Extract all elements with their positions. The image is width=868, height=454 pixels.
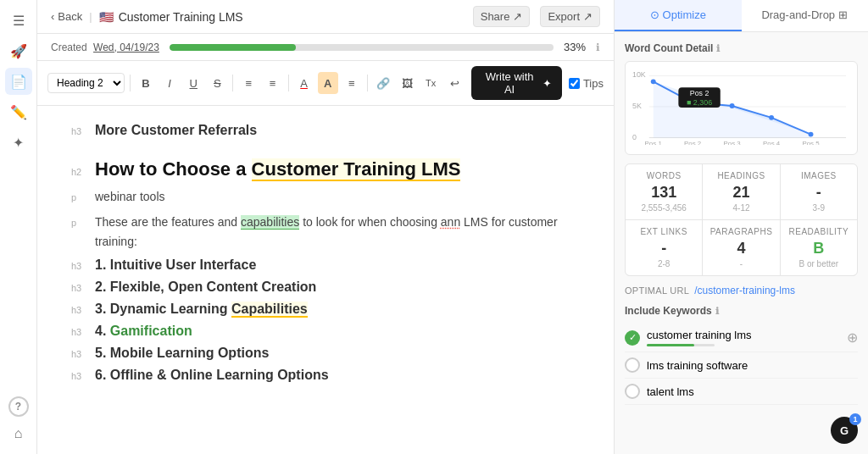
divider-4: [367, 75, 368, 91]
menu-icon[interactable]: ☰: [5, 7, 32, 34]
export-label: Export: [548, 10, 580, 23]
capabilities-keyword: Capabilities: [231, 302, 308, 318]
keyword-name-3: talent lms: [647, 385, 694, 398]
capabilities-link[interactable]: capabilities: [241, 215, 299, 230]
paragraphs-value: 4: [708, 240, 774, 257]
font-color-button[interactable]: A: [294, 72, 314, 94]
keywords-section: Include Keywords ℹ ✓ customer training l…: [625, 305, 858, 405]
h2-tag-1: h2: [71, 167, 86, 177]
svg-text:0: 0: [632, 133, 637, 141]
home-icon[interactable]: ⌂: [5, 420, 32, 447]
svg-text:Pos 2: Pos 2: [690, 89, 709, 97]
editor-content[interactable]: h3 More Customer Referrals h2 How to Cho…: [37, 106, 614, 454]
keywords-header: Include Keywords ℹ: [625, 305, 858, 317]
share-button[interactable]: Share ↗: [473, 6, 531, 27]
tab-drag-drop[interactable]: Drag-and-Drop ⊞: [742, 0, 869, 31]
svg-text:Pos 3: Pos 3: [724, 140, 742, 145]
heading-text-1: More Customer Referrals: [95, 123, 257, 138]
link-button[interactable]: 🔗: [373, 72, 393, 94]
underline-button[interactable]: U: [183, 72, 203, 94]
flag-icon: 🇺🇸: [99, 10, 114, 24]
export-icon: ↗: [583, 10, 593, 23]
bold-button[interactable]: B: [136, 72, 156, 94]
heading-select[interactable]: Heading 2 Heading 1 Heading 3 Paragraph: [47, 73, 125, 93]
images-label: IMAGES: [786, 171, 852, 180]
tab-optimize[interactable]: ⊙ Optimize: [615, 0, 742, 31]
stat-readability: READABILITY B B or better: [781, 220, 857, 275]
notification-badge[interactable]: G 1: [831, 417, 858, 444]
write-ai-button[interactable]: Write with AI ✦: [471, 66, 562, 100]
back-button[interactable]: ‹ Back: [51, 10, 82, 23]
stat-words: WORDS 131 2,555-3,456: [626, 164, 702, 219]
ext-links-range: 2-8: [631, 259, 697, 269]
ordered-list-button[interactable]: ≡: [238, 72, 259, 94]
para-text-features: These are the features and capabilities …: [95, 213, 580, 251]
words-range: 2,555-3,456: [631, 203, 697, 213]
keyword-left-1: ✓ customer training lms: [625, 329, 752, 346]
svg-text:5K: 5K: [632, 102, 642, 110]
keyword-check-1: ✓: [625, 330, 640, 346]
align-button[interactable]: ≡: [342, 72, 362, 94]
paragraphs-label: PARAGRAPHS: [708, 227, 774, 236]
divider-1: [130, 75, 131, 91]
keyword-item-3[interactable]: talent lms: [625, 379, 858, 405]
word-count-info-icon[interactable]: ℹ: [716, 43, 720, 54]
italic-button[interactable]: I: [159, 72, 180, 94]
separator: |: [89, 10, 92, 23]
info-icon[interactable]: ℹ: [596, 42, 600, 53]
tips-checkbox[interactable]: [569, 78, 580, 89]
stat-images: IMAGES - 3-9: [781, 164, 857, 219]
undo-button[interactable]: ↩: [444, 72, 465, 94]
pencil-icon[interactable]: ✏️: [5, 98, 32, 125]
stat-paragraphs: PARAGRAPHS 4 -: [703, 220, 779, 275]
heading-text-6: 4. Gamification: [95, 324, 192, 339]
drag-drop-icon: ⊞: [838, 8, 848, 21]
heading-offline: h3 6. Offline & Online Learning Options: [71, 368, 580, 383]
unordered-list-button[interactable]: ≡: [262, 72, 282, 94]
progress-bar-area: Created Wed, 04/19/23 33% ℹ: [37, 34, 614, 61]
keyword-item-2[interactable]: lms training software: [625, 352, 858, 379]
tips-area: Tips: [569, 77, 604, 90]
notif-count: 1: [849, 413, 861, 425]
created-label: Created Wed, 04/19/23: [51, 42, 159, 53]
keyword-progress-fill-1: [647, 344, 694, 346]
svg-point-11: [769, 115, 774, 120]
clear-format-button[interactable]: Tx: [420, 72, 441, 94]
heading-text-7: 5. Mobile Learning Options: [95, 346, 269, 361]
p-tag-2: p: [71, 218, 86, 228]
gamification-link[interactable]: Gamification: [110, 324, 192, 338]
main-area: ‹ Back | 🇺🇸 Customer Training LMS Share …: [37, 0, 614, 454]
keywords-info-icon[interactable]: ℹ: [715, 306, 719, 317]
optimal-url-row: OPTIMAL URL /customer-training-lms: [625, 285, 858, 296]
ann-word: ann: [441, 215, 460, 229]
svg-point-12: [809, 132, 814, 137]
svg-text:■ 2,306: ■ 2,306: [687, 98, 712, 107]
heading-more-referrals: h3 More Customer Referrals: [71, 123, 580, 138]
svg-text:Pos 1: Pos 1: [645, 140, 662, 145]
panel-tabs: ⊙ Optimize Drag-and-Drop ⊞: [615, 0, 868, 32]
share-label: Share: [481, 10, 510, 23]
image-button[interactable]: 🖼: [397, 72, 417, 94]
star-icon[interactable]: ✦: [5, 129, 32, 156]
strikethrough-button[interactable]: S: [207, 72, 227, 94]
keyword-name-2: lms training software: [647, 359, 748, 372]
font-bg-button[interactable]: A: [318, 72, 338, 94]
svg-text:Pos 4: Pos 4: [763, 140, 781, 145]
keyword-item-1[interactable]: ✓ customer training lms ⊕: [625, 324, 858, 352]
h3-tag-2: h3: [71, 261, 86, 271]
export-button[interactable]: Export ↗: [540, 6, 600, 27]
spacer: [71, 145, 580, 158]
images-value: -: [786, 184, 852, 202]
document-icon[interactable]: 📄: [5, 68, 32, 95]
help-icon[interactable]: ?: [8, 396, 29, 417]
stat-headings: HEADINGS 21 4-12: [703, 164, 779, 219]
heading-text-4: 2. Flexible, Open Content Creation: [95, 280, 316, 295]
rocket-icon[interactable]: 🚀: [5, 37, 32, 64]
keyword-action-1[interactable]: ⊕: [847, 329, 858, 346]
readability-range: B or better: [786, 259, 852, 269]
h3-tag-4: h3: [71, 305, 86, 315]
tab-optimize-label: Optimize: [663, 8, 706, 21]
page-title: 🇺🇸 Customer Training LMS: [99, 10, 243, 24]
keyword-span-1: Customer Training LMS: [252, 158, 461, 181]
back-label: Back: [58, 10, 82, 23]
